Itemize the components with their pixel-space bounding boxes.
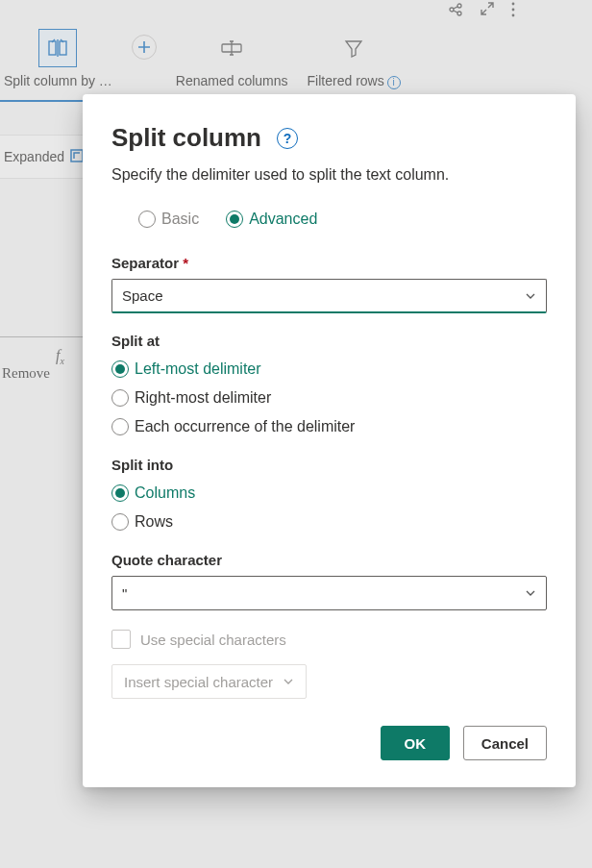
checkbox-icon xyxy=(111,630,131,649)
select-value: " xyxy=(122,585,127,602)
radio-circle-icon xyxy=(138,211,156,228)
dialog-actions: OK Cancel xyxy=(111,726,547,760)
fx-icon: fx xyxy=(56,347,64,366)
filter-icon xyxy=(334,29,373,67)
chevron-down-icon xyxy=(525,587,536,599)
svg-point-2 xyxy=(457,12,461,15)
step-renamed-columns[interactable]: Renamed columns xyxy=(176,29,288,88)
radio-circle-icon xyxy=(111,360,129,378)
radio-label: Columns xyxy=(135,484,195,502)
svg-rect-6 xyxy=(49,41,56,55)
radio-label: Basic xyxy=(161,211,199,228)
radio-circle-icon xyxy=(111,418,129,435)
svg-point-0 xyxy=(450,8,454,12)
ok-button[interactable]: OK xyxy=(381,726,450,760)
chevron-down-icon xyxy=(283,676,294,687)
card-label: Expanded xyxy=(4,149,64,164)
split-into-label: Split into xyxy=(111,457,547,473)
radio-label: Right-most delimiter xyxy=(135,389,271,407)
svg-point-5 xyxy=(512,14,515,17)
radio-circle-icon xyxy=(111,389,129,407)
step-label: Filtered rowsi xyxy=(308,73,401,89)
chevron-down-icon xyxy=(525,290,536,302)
step-label: Split column by … xyxy=(4,73,112,88)
more-icon[interactable] xyxy=(511,2,515,21)
radio-circle-icon xyxy=(226,211,243,228)
step-label: Renamed columns xyxy=(176,73,288,88)
step-add[interactable] xyxy=(132,29,157,60)
svg-rect-7 xyxy=(60,41,66,55)
cancel-button[interactable]: Cancel xyxy=(463,726,547,760)
radio-circle-icon xyxy=(111,513,129,531)
remove-text: Remove xyxy=(2,365,50,382)
svg-rect-9 xyxy=(71,150,83,161)
split-column-dialog: Split column ? Specify the delimiter use… xyxy=(83,94,576,787)
radio-label: Advanced xyxy=(249,211,317,228)
formula-bar-fragment: fx xyxy=(0,336,86,366)
plus-icon xyxy=(132,35,157,60)
radio-columns[interactable]: Columns xyxy=(111,484,547,502)
radio-label: Each occurrence of the delimiter xyxy=(135,418,355,435)
step-split-column[interactable]: Split column by … xyxy=(4,29,112,88)
info-icon[interactable]: i xyxy=(387,76,401,89)
quote-label: Quote character xyxy=(111,552,547,568)
overflow-toolbar xyxy=(448,2,515,21)
quote-select[interactable]: " xyxy=(111,576,547,610)
help-icon[interactable]: ? xyxy=(277,128,298,149)
use-special-chars-checkbox[interactable]: Use special characters xyxy=(111,630,547,649)
radio-basic[interactable]: Basic xyxy=(138,211,199,228)
select-value: Space xyxy=(122,287,163,304)
radio-advanced[interactable]: Advanced xyxy=(226,211,317,228)
expand-arrow-icon xyxy=(70,149,84,165)
share-icon[interactable] xyxy=(448,2,463,21)
dialog-title: Split column xyxy=(111,123,261,153)
rename-icon xyxy=(212,29,251,67)
expand-icon[interactable] xyxy=(481,2,494,21)
applied-steps-strip: Split column by … Renamed columns Filter… xyxy=(0,29,592,101)
separator-select[interactable]: Space xyxy=(111,279,547,313)
separator-label: Separator * xyxy=(111,255,547,271)
radio-rows[interactable]: Rows xyxy=(111,513,547,531)
step-filtered-rows[interactable]: Filtered rowsi xyxy=(308,29,401,89)
radio-label: Left-most delimiter xyxy=(135,360,261,378)
split-at-label: Split at xyxy=(111,333,547,349)
radio-circle-icon xyxy=(111,484,129,502)
dialog-subtitle: Specify the delimiter used to split the … xyxy=(111,166,547,184)
svg-point-1 xyxy=(457,4,461,8)
split-into-group: Columns Rows xyxy=(111,484,547,531)
svg-point-4 xyxy=(512,9,515,12)
insert-special-char-dropdown: Insert special character xyxy=(111,664,307,699)
radio-left-most[interactable]: Left-most delimiter xyxy=(111,360,547,378)
svg-point-3 xyxy=(512,3,515,6)
mode-radio-group: Basic Advanced xyxy=(138,211,547,228)
split-at-group: Left-most delimiter Right-most delimiter… xyxy=(111,360,547,435)
radio-right-most[interactable]: Right-most delimiter xyxy=(111,389,547,407)
checkbox-label: Use special characters xyxy=(140,632,286,648)
dropdown-label: Insert special character xyxy=(124,674,273,690)
radio-each-occurrence[interactable]: Each occurrence of the delimiter xyxy=(111,418,547,435)
split-column-icon xyxy=(38,29,77,67)
radio-label: Rows xyxy=(135,513,173,531)
